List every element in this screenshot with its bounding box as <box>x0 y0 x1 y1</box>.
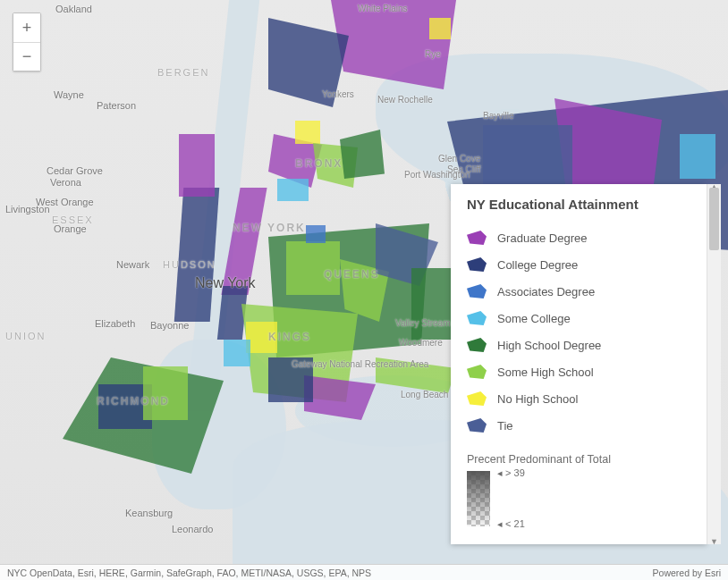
legend-item: Tie <box>467 412 692 439</box>
legend-item: Graduate Degree <box>467 224 692 251</box>
place-label: Verona <box>50 177 81 188</box>
place-label: Leonardo <box>172 524 214 534</box>
legend-item-label: College Degree <box>497 258 578 272</box>
place-label: White Plains <box>358 4 408 13</box>
place-label: Cedar Grove <box>47 165 103 176</box>
tract[interactable] <box>306 225 326 243</box>
legend-swatch <box>467 365 487 379</box>
place-label: Yonkers <box>322 89 354 99</box>
tract[interactable] <box>143 366 188 420</box>
legend-item-label: Graduate Degree <box>497 231 587 245</box>
borough-label: QUEENS <box>324 268 380 281</box>
legend-item: Associates Degree <box>467 278 692 305</box>
county-label: UNION <box>5 331 46 341</box>
legend-swatch <box>467 418 487 433</box>
city-label: New York <box>195 275 256 291</box>
place-label: Keansburg <box>125 508 173 518</box>
legend-scrollbar[interactable]: ▲ ▼ <box>707 184 721 544</box>
place-label: Bayonne <box>150 320 189 331</box>
legend-swatch <box>467 391 487 406</box>
borough-label: NEW YORK <box>233 222 306 234</box>
legend-item: College Degree <box>467 251 692 278</box>
place-label: Glen Cove <box>438 154 480 164</box>
legend-item-label: No High School <box>497 392 578 406</box>
place-label: Paterson <box>97 100 136 111</box>
legend[interactable]: NY Educational Attainment Graduate Degre… <box>451 184 707 544</box>
legend-item-label: Tie <box>497 419 513 433</box>
legend-swatch <box>467 338 487 352</box>
tract[interactable] <box>277 179 309 201</box>
legend-item-label: High School Degree <box>497 339 601 352</box>
place-label: Port Washington <box>404 170 470 180</box>
place-label: Oakland <box>55 4 92 14</box>
tract[interactable] <box>429 18 451 39</box>
attribution-esri-link[interactable]: Powered by Esri <box>653 567 721 578</box>
legend-item-label: Some College <box>497 312 571 325</box>
legend-items: Graduate DegreeCollege DegreeAssociates … <box>467 224 692 439</box>
legend-item-label: Some High School <box>497 366 594 379</box>
place-label: Valley Stream <box>395 318 451 328</box>
borough-label: KINGS <box>268 331 311 343</box>
legend-swatch <box>467 284 487 298</box>
borough-label: RICHMOND <box>97 395 170 408</box>
borough-label: BRONX <box>295 157 343 170</box>
tract[interactable] <box>179 134 215 197</box>
county-label: ESSEX <box>52 214 94 225</box>
legend-panel: NY Educational Attainment Graduate Degre… <box>451 184 721 544</box>
legend-item: Some High School <box>467 358 692 385</box>
legend-item: Some College <box>467 305 692 332</box>
scroll-down-icon[interactable]: ▼ <box>707 537 721 546</box>
place-label: Bayville <box>483 111 513 121</box>
place-label: Livingston <box>5 204 50 214</box>
legend-swatch <box>467 257 487 272</box>
county-label: HUDSON <box>163 259 216 270</box>
place-label: Rye <box>425 49 441 59</box>
zoom-controls: + − <box>13 13 41 71</box>
place-label: Gateway National Recreation Area <box>292 359 428 369</box>
place-label: Elizabeth <box>95 318 135 329</box>
place-label: New Rochelle <box>377 95 433 105</box>
legend-title: NY Educational Attainment <box>467 197 692 212</box>
tract[interactable] <box>304 375 376 420</box>
opacity-max-label: > 39 <box>497 467 525 479</box>
attribution-sources: NYC OpenData, Esri, HERE, Garmin, SafeGr… <box>7 567 371 578</box>
legend-opacity-heading: Precent Predominant of Total <box>467 453 692 466</box>
place-label: Wayne <box>54 89 84 100</box>
county-label: BERGEN <box>157 67 209 78</box>
legend-item-label: Associates Degree <box>497 285 595 298</box>
opacity-ramp: > 39 < 21 <box>467 471 490 526</box>
place-label: Long Beach <box>401 390 448 399</box>
zoom-out-button[interactable]: − <box>13 42 40 71</box>
tract[interactable] <box>224 340 250 366</box>
attribution-bar: NYC OpenData, Esri, HERE, Garmin, SafeGr… <box>0 564 728 580</box>
tract[interactable] <box>295 121 320 144</box>
tract[interactable] <box>680 134 715 179</box>
legend-swatch <box>467 231 487 245</box>
place-label: Newark <box>116 259 149 270</box>
place-label: Woodmere <box>399 338 443 348</box>
legend-item: No High School <box>467 385 692 412</box>
tract[interactable] <box>340 130 385 179</box>
scroll-thumb[interactable] <box>709 188 719 250</box>
legend-swatch <box>467 311 487 325</box>
zoom-in-button[interactable]: + <box>13 13 40 42</box>
tract[interactable] <box>331 0 456 89</box>
opacity-min-label: < 21 <box>497 518 525 530</box>
legend-item: High School Degree <box>467 332 692 358</box>
map-root[interactable]: OaklandWhite PlainsRyeWaynePatersonYonke… <box>0 0 728 580</box>
tract[interactable] <box>174 188 219 322</box>
